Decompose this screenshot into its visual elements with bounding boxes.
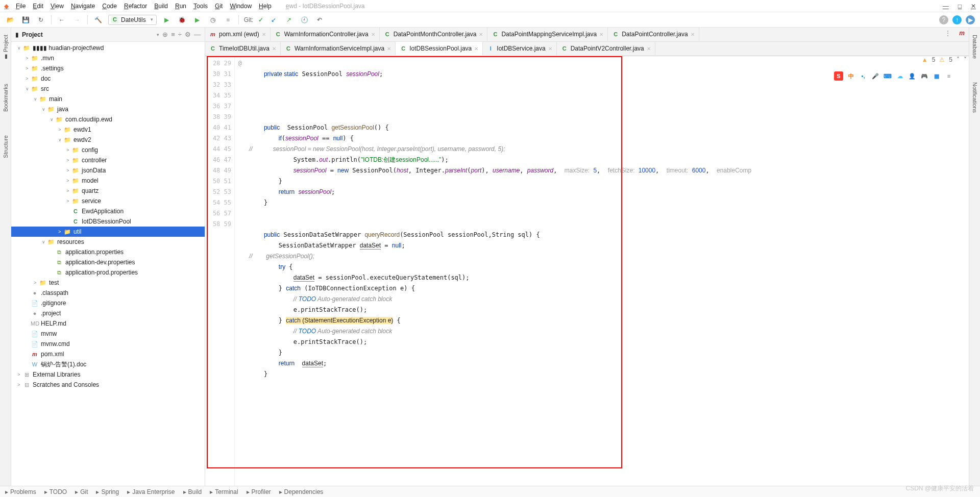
collapse-all-icon[interactable]: ÷	[178, 31, 182, 38]
editor-tab[interactable]: C WarnInformationServiceImpl.java ✕	[281, 42, 396, 55]
close-tab-icon[interactable]: ✕	[599, 32, 603, 37]
menu-tools[interactable]: Tools	[193, 3, 208, 10]
menu-build[interactable]: Build	[154, 3, 168, 10]
tree-node[interactable]: > 📁 .settings	[11, 63, 205, 73]
tree-node[interactable]: ∨ 📁 main	[11, 94, 205, 104]
tree-node[interactable]: ● .classpath	[11, 288, 205, 298]
footer-tab[interactable]: ▸Profiler	[247, 488, 271, 495]
left-tab-project[interactable]: ▮ Project	[1, 31, 10, 64]
save-icon[interactable]: 💾	[20, 15, 31, 25]
debug-icon[interactable]: 🐞	[177, 15, 187, 25]
settings-icon[interactable]: ⚙	[185, 31, 191, 38]
menu-code[interactable]: Code	[102, 3, 117, 10]
left-tab-structure[interactable]: Structure	[2, 131, 10, 162]
open-icon[interactable]: 📂	[5, 15, 15, 25]
footer-tab[interactable]: ▸Java Enterprise	[127, 488, 175, 495]
git-commit-icon[interactable]: ✓	[258, 16, 263, 23]
tree-node[interactable]: > ⊞ External Libraries	[11, 369, 205, 380]
git-push-icon[interactable]: ↗	[284, 15, 294, 25]
editor-tab[interactable]: C WarnInformationController.java ✕	[271, 28, 380, 41]
tree-node[interactable]: > 📁 .mvn	[11, 53, 205, 63]
tree-node[interactable]: > 📁 service	[11, 196, 205, 206]
editor-tab[interactable]: C TimeIotDBUtil.java ✕	[205, 42, 281, 55]
tree-node[interactable]: ● .project	[11, 308, 205, 318]
maximize-button[interactable]: □	[958, 3, 962, 10]
tree-node[interactable]: > 📁 doc	[11, 73, 205, 84]
editor-tab[interactable]: C DataPointV2Controller.java ✕	[557, 42, 655, 55]
stop-icon[interactable]: ■	[223, 15, 233, 25]
tree-node[interactable]: > 📁 util	[11, 227, 205, 237]
back-icon[interactable]: ←	[57, 15, 67, 25]
footer-tab[interactable]: ▸Build	[183, 488, 202, 495]
footer-tab[interactable]: ▸Spring	[96, 488, 119, 495]
tree-node[interactable]: C IotDBSessionPool	[11, 216, 205, 227]
menu-navigate[interactable]: Navigate	[71, 3, 95, 10]
tree-node[interactable]: 📄 mvnw	[11, 329, 205, 339]
expand-all-icon[interactable]: ≡	[171, 31, 175, 38]
footer-tab[interactable]: ▸Terminal	[210, 488, 238, 495]
code-editor[interactable]: private static SessionPool sessionPool; …	[245, 56, 969, 486]
close-tab-icon[interactable]: ✕	[647, 46, 651, 52]
git-update-icon[interactable]: ↙	[268, 15, 279, 25]
footer-tab[interactable]: ▸Git	[75, 488, 88, 495]
tree-node[interactable]: ∨ 📁 ewdv2	[11, 135, 205, 145]
menu-edit[interactable]: Edit	[33, 3, 43, 10]
tree-node[interactable]: 📄 .gitignore	[11, 298, 205, 308]
right-tab-notifications[interactable]: Notifications	[971, 78, 979, 117]
tree-node[interactable]: ⧉ application-prod.properties	[11, 267, 205, 278]
ide-icon[interactable]: ▶	[966, 15, 975, 24]
footer-tab[interactable]: ▸Dependencies	[279, 488, 324, 495]
close-tab-icon[interactable]: ✕	[272, 46, 276, 52]
close-tab-icon[interactable]: ✕	[371, 32, 375, 37]
tree-node[interactable]: m pom.xml	[11, 349, 205, 359]
sync-icon[interactable]: ↻	[36, 15, 46, 25]
help-icon[interactable]: ?	[939, 15, 948, 24]
tree-node[interactable]: ⧉ application-dev.properties	[11, 257, 205, 267]
footer-tab[interactable]: ▸TODO	[44, 488, 67, 495]
project-view-icon[interactable]: ▮	[15, 31, 19, 38]
view-dropdown-icon[interactable]: ▾	[157, 32, 159, 37]
updates-icon[interactable]: ↑	[952, 15, 962, 24]
minimize-button[interactable]: —	[943, 3, 949, 10]
editor-tab[interactable]: C DataPointMonthController.java ✕	[380, 28, 488, 41]
close-tab-icon[interactable]: ✕	[474, 46, 478, 52]
tree-node[interactable]: ∨ 📁 java	[11, 104, 205, 114]
right-tab-database[interactable]: Database	[971, 31, 979, 63]
git-rollback-icon[interactable]: ↶	[314, 15, 325, 25]
build-icon[interactable]: 🔨	[93, 15, 103, 25]
tabs-more-icon[interactable]: ⋮	[941, 28, 955, 41]
tree-node[interactable]: ∨ 📁 com.cloudiip.ewd	[11, 114, 205, 125]
tree-node[interactable]: C EwdApplication	[11, 206, 205, 216]
left-tab-bookmarks[interactable]: Bookmarks	[2, 80, 10, 116]
menu-refactor[interactable]: Refactor	[124, 3, 147, 10]
gutter-marks[interactable]: @	[235, 56, 245, 486]
hide-icon[interactable]: —	[194, 31, 201, 38]
tree-node[interactable]: ∨ 📁 src	[11, 84, 205, 94]
menu-window[interactable]: Window	[230, 3, 252, 10]
tree-node[interactable]: > 📁 config	[11, 145, 205, 155]
editor-tab[interactable]: C DataPointMappingServiceImpl.java ✕	[487, 28, 608, 41]
project-tree[interactable]: ∨ 📁 ▮▮▮▮ huadian-project\ewd > 📁 .mvn > …	[11, 42, 205, 486]
footer-tab[interactable]: ▸Problems	[5, 488, 36, 495]
menu-git[interactable]: Git	[215, 3, 223, 10]
close-tab-icon[interactable]: ✕	[387, 46, 391, 52]
tree-node[interactable]: ∨ 📁 resources	[11, 237, 205, 247]
git-history-icon[interactable]: 🕘	[299, 15, 309, 25]
profile-icon[interactable]: ◷	[208, 15, 218, 25]
menu-run[interactable]: Run	[175, 3, 186, 10]
inspect-down-icon[interactable]: ˅	[964, 56, 967, 63]
tree-node[interactable]: MD HELP.md	[11, 318, 205, 329]
menu-help[interactable]: Help	[259, 3, 272, 10]
run-icon[interactable]: ▶	[162, 15, 172, 25]
menu-view[interactable]: View	[51, 3, 64, 10]
tree-node[interactable]: > 📁 controller	[11, 155, 205, 165]
tree-node[interactable]: > ⊟ Scratches and Consoles	[11, 380, 205, 390]
tree-node[interactable]: > 📁 quartz	[11, 186, 205, 196]
tree-node[interactable]: > 📁 ewdv1	[11, 125, 205, 135]
coverage-icon[interactable]: ▶	[192, 15, 203, 25]
close-tab-icon[interactable]: ✕	[548, 46, 552, 52]
line-number-gutter[interactable]: 28 29 30 31 32 33 34 35 36 37 38 39 40 4…	[205, 56, 235, 486]
editor-tab[interactable]: C DataPointController.java ✕	[608, 28, 699, 41]
close-button[interactable]: ✕	[971, 3, 976, 10]
tree-node[interactable]: W 锅炉-告警(1).doc	[11, 359, 205, 369]
